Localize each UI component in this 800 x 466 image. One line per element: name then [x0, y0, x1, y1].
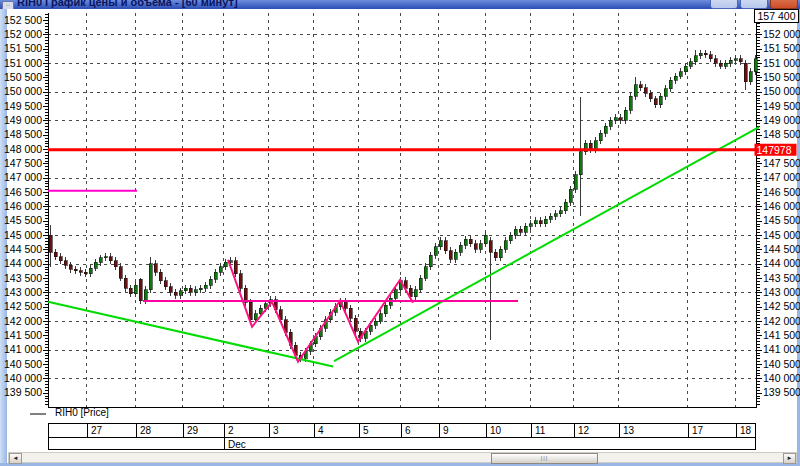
svg-text:139 500: 139 500	[4, 386, 42, 398]
svg-text:144 500: 144 500	[4, 243, 42, 255]
svg-text:143 000: 143 000	[4, 286, 42, 298]
svg-text:144 000: 144 000	[4, 257, 42, 269]
chart-plot-area[interactable]	[48, 13, 756, 407]
svg-text:143 500: 143 500	[4, 272, 42, 284]
svg-text:147 500: 147 500	[763, 157, 800, 169]
svg-text:145 000: 145 000	[763, 229, 800, 241]
svg-text:145 500: 145 500	[763, 214, 800, 226]
month-cell: Dec	[224, 438, 757, 450]
chart-window: ... RIH0 График цены и объема - [60 мину…	[0, 0, 800, 466]
svg-text:142 500: 142 500	[4, 300, 42, 312]
svg-text:143 500: 143 500	[763, 272, 800, 284]
date-cell: 6	[401, 424, 439, 437]
date-cell: 29	[183, 424, 224, 437]
svg-text:148 500: 148 500	[763, 128, 800, 140]
svg-text:151 500: 151 500	[763, 42, 800, 54]
date-axis-table: 272829234569101112131718 Dec	[48, 423, 756, 450]
svg-text:151 000: 151 000	[4, 57, 42, 69]
svg-text:139 500: 139 500	[763, 386, 800, 398]
svg-text:157 400: 157 400	[758, 10, 796, 22]
svg-text:151 000: 151 000	[763, 57, 800, 69]
svg-text:147 000: 147 000	[4, 171, 42, 183]
date-cell: 2	[224, 424, 269, 437]
svg-text:145 500: 145 500	[4, 214, 42, 226]
svg-text:146 500: 146 500	[763, 186, 800, 198]
date-cell: 9	[439, 424, 486, 437]
svg-text:147978: 147978	[757, 144, 792, 156]
svg-text:141 500: 141 500	[763, 329, 800, 341]
svg-text:140 000: 140 000	[4, 372, 42, 384]
horizontal-scrollbar[interactable]: ◄ ► |||	[8, 452, 797, 463]
svg-text:140 000: 140 000	[763, 372, 800, 384]
svg-text:142 500: 142 500	[763, 300, 800, 312]
svg-text:144 500: 144 500	[763, 243, 800, 255]
svg-text:152 000: 152 000	[763, 28, 800, 40]
svg-text:151 500: 151 500	[4, 42, 42, 54]
svg-text:142 000: 142 000	[763, 315, 800, 327]
svg-text:152 000: 152 000	[4, 28, 42, 40]
svg-text:148 500: 148 500	[4, 128, 42, 140]
date-cell: 27	[87, 424, 136, 437]
date-cell: 5	[359, 424, 401, 437]
date-cell: 11	[531, 424, 574, 437]
svg-text:150 000: 150 000	[763, 85, 800, 97]
scrollbar-thumb[interactable]: |||	[491, 453, 598, 464]
svg-text:145 000: 145 000	[4, 229, 42, 241]
svg-text:149 000: 149 000	[4, 114, 42, 126]
svg-text:143 000: 143 000	[763, 286, 800, 298]
date-cell: 18	[736, 424, 757, 437]
scroll-left-arrow[interactable]: ◄	[9, 453, 22, 464]
svg-text:150 000: 150 000	[4, 85, 42, 97]
svg-text:149 500: 149 500	[763, 100, 800, 112]
svg-text:142 000: 142 000	[4, 315, 42, 327]
date-cell: 3	[269, 424, 314, 437]
svg-text:140 500: 140 500	[763, 358, 800, 370]
svg-text:147 500: 147 500	[4, 157, 42, 169]
svg-text:148 000: 148 000	[4, 143, 42, 155]
svg-text:146 000: 146 000	[4, 200, 42, 212]
svg-text:149 000: 149 000	[763, 114, 800, 126]
legend-line-sample	[30, 413, 46, 415]
date-axis-months: Dec	[49, 437, 755, 450]
date-cell: 12	[574, 424, 619, 437]
svg-text:141 500: 141 500	[4, 329, 42, 341]
svg-text:152 500: 152 500	[4, 14, 42, 26]
svg-text:150 500: 150 500	[763, 71, 800, 83]
date-cell: 17	[688, 424, 736, 437]
svg-text:141 000: 141 000	[763, 343, 800, 355]
price-chart: 139 500139 500140 000140 000140 500140 5…	[0, 0, 800, 466]
date-cell: 13	[619, 424, 688, 437]
scroll-right-arrow[interactable]: ►	[783, 453, 796, 464]
month-cell	[49, 438, 224, 450]
svg-text:144 000: 144 000	[763, 257, 800, 269]
svg-text:149 500: 149 500	[4, 100, 42, 112]
svg-text:141 000: 141 000	[4, 343, 42, 355]
date-cell: 4	[314, 424, 359, 437]
date-cell: 10	[486, 424, 531, 437]
date-cell: 28	[136, 424, 183, 437]
svg-text:146 000: 146 000	[763, 200, 800, 212]
legend-series-label: RIH0 [Price]	[55, 407, 109, 418]
svg-text:147 000: 147 000	[763, 171, 800, 183]
svg-text:146 500: 146 500	[4, 186, 42, 198]
svg-text:140 500: 140 500	[4, 358, 42, 370]
date-cell	[49, 424, 87, 437]
svg-text:150 500: 150 500	[4, 71, 42, 83]
